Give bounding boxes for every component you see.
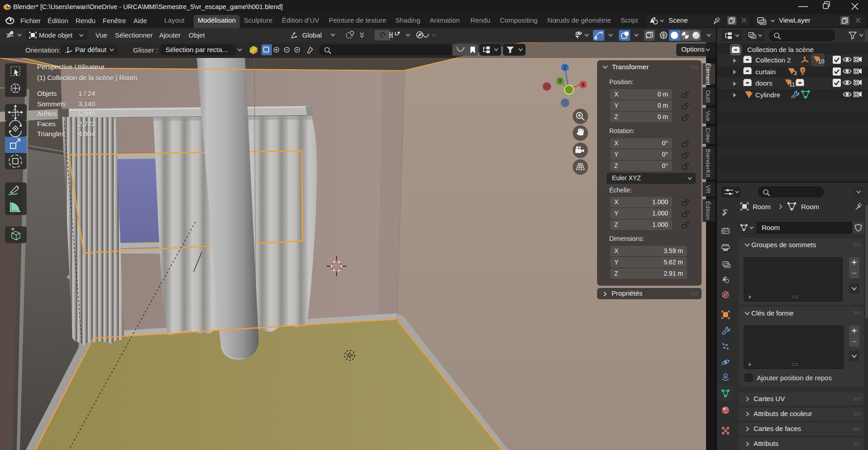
svg-text:X: X bbox=[582, 82, 585, 87]
svg-text:Y: Y bbox=[559, 79, 562, 84]
svg-text:Z: Z bbox=[564, 65, 566, 70]
